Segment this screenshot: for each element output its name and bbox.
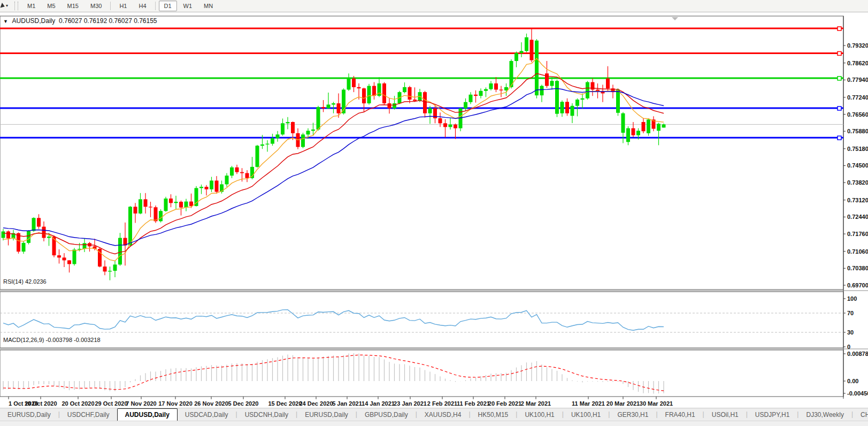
chart-tab-gbpusd-daily[interactable]: GBPUSD,Daily bbox=[357, 409, 416, 421]
chart-tab-hk50-m15[interactable]: HK50,M15 bbox=[471, 409, 516, 421]
candle-body bbox=[37, 218, 41, 226]
date-axis-label[interactable]: 20 Feb 2021 bbox=[488, 400, 521, 407]
price-axis-label: 0.72440 bbox=[847, 214, 868, 220]
price-axis-label: 0.79320 bbox=[847, 42, 868, 49]
candle-body bbox=[42, 227, 46, 238]
candle-body bbox=[205, 187, 209, 189]
candle-body bbox=[235, 168, 239, 172]
chart-area[interactable]: 0.793200.786200.779400.772400.765600.758… bbox=[0, 15, 868, 408]
chevron-down-icon: ▾ bbox=[6, 0, 8, 12]
chart-tab-usdcad-daily[interactable]: USDCAD,Daily bbox=[178, 409, 236, 421]
timeframe-button-h1[interactable]: H1 bbox=[114, 1, 132, 11]
chart-tab-eurusd-daily[interactable]: EURUSD,Daily bbox=[297, 409, 356, 421]
price-axis-label: 0.78620 bbox=[847, 60, 868, 66]
rsi-pane bbox=[0, 292, 843, 348]
price-axis-label: 0.75180 bbox=[847, 146, 868, 152]
main-pane bbox=[0, 16, 843, 290]
chart-title[interactable]: ▼ AUDUSD,Daily 0.76027 0.76192 0.76027 0… bbox=[3, 17, 157, 25]
candle-body bbox=[357, 87, 361, 88]
timeframe-button-h4[interactable]: H4 bbox=[133, 1, 151, 11]
candle-body bbox=[6, 231, 10, 238]
candle-body bbox=[479, 91, 483, 96]
date-axis-label[interactable]: 2 Feb 2021 bbox=[427, 400, 457, 407]
timeframe-button-m30[interactable]: M30 bbox=[85, 1, 107, 11]
chart-tab-china300-h1[interactable]: CHINA300,H1 bbox=[853, 409, 868, 421]
price-axis-label: 0.73120 bbox=[847, 197, 868, 203]
date-axis-label[interactable]: 2 Mar 2021 bbox=[521, 400, 551, 407]
date-axis-label[interactable]: 20 Oct 2020 bbox=[62, 400, 94, 407]
date-axis-label[interactable]: 14 Jan 2021 bbox=[362, 400, 395, 407]
candle-body bbox=[413, 100, 417, 101]
candle-body bbox=[484, 89, 488, 91]
candle-body bbox=[199, 187, 203, 188]
date-axis-label[interactable]: 11 Feb 2021 bbox=[457, 400, 490, 407]
chart-tab-uk100-h1[interactable]: UK100,H1 bbox=[517, 409, 562, 421]
candle-body bbox=[489, 83, 493, 89]
chart-tab-usdjpy-h1[interactable]: USDJPY,H1 bbox=[748, 409, 797, 421]
chart-tab-dj30-weekly[interactable]: DJ30,Weekly bbox=[798, 409, 851, 421]
rsi-axis-label: 0 bbox=[847, 344, 850, 350]
candle-body bbox=[352, 79, 356, 87]
ohlc-open: 0.76027 bbox=[59, 17, 82, 25]
chart-tab-usdcnh-daily[interactable]: USDCNH,Daily bbox=[237, 409, 296, 421]
date-axis-label[interactable]: 20 Mar 2021 bbox=[606, 400, 640, 407]
date-axis-label[interactable]: 17 Nov 2020 bbox=[158, 400, 193, 407]
ohlc-low: 0.76027 bbox=[109, 17, 132, 25]
chart-tab-audusd-daily[interactable]: AUDUSD,Daily bbox=[117, 408, 178, 421]
date-axis-label[interactable]: 30 Mar 2021 bbox=[640, 400, 673, 407]
timeframe-button-m15[interactable]: M15 bbox=[62, 1, 84, 11]
candle-body bbox=[621, 113, 625, 133]
candle-body bbox=[266, 144, 270, 144]
chart-tab-eurusd-daily[interactable]: EURUSD,Daily bbox=[0, 409, 58, 421]
level-handle bbox=[838, 77, 841, 80]
date-axis-label[interactable]: 24 Dec 2020 bbox=[299, 400, 333, 407]
candle-body bbox=[494, 83, 498, 90]
candle-body bbox=[215, 180, 219, 192]
candle-body bbox=[347, 79, 351, 90]
candle-body bbox=[22, 243, 26, 252]
candle-body bbox=[225, 176, 229, 184]
date-axis-label[interactable]: 15 Dec 2020 bbox=[268, 400, 302, 407]
candle-body bbox=[108, 271, 112, 271]
chart-tab-usoil-h1[interactable]: USOil,H1 bbox=[704, 409, 746, 421]
candle-body bbox=[195, 188, 198, 206]
candle-body bbox=[571, 106, 574, 116]
date-axis-label[interactable]: 23 Jan 2021 bbox=[394, 400, 427, 407]
chart-tab-ger30-h1[interactable]: GER30,H1 bbox=[610, 409, 656, 421]
candle-body bbox=[393, 103, 396, 108]
rsi-axis-label: 30 bbox=[847, 329, 854, 336]
chart-tab-fra40-h1[interactable]: FRA40,H1 bbox=[658, 409, 703, 421]
chart-tab-xauusd-h4[interactable]: XAUUSD,H4 bbox=[417, 409, 469, 421]
timeframe-button-m1[interactable]: M1 bbox=[22, 1, 41, 11]
timeframe-button-d1[interactable]: D1 bbox=[159, 1, 177, 11]
date-axis-label[interactable]: 29 Oct 2020 bbox=[95, 400, 127, 407]
candle-body bbox=[286, 122, 290, 123]
candle-body bbox=[103, 267, 107, 271]
candle-body bbox=[500, 89, 503, 90]
status-bar bbox=[0, 421, 868, 426]
date-axis-label[interactable]: 26 Nov 2020 bbox=[194, 400, 228, 407]
timeframe-button-mn[interactable]: MN bbox=[198, 1, 218, 11]
rsi-axis-label: 70 bbox=[847, 310, 854, 316]
cursor-tool-button[interactable]: ▾ bbox=[0, 0, 11, 12]
macd-pane bbox=[0, 350, 843, 397]
candle-body bbox=[581, 98, 585, 100]
level-handle bbox=[838, 136, 841, 140]
toolbar-grip-handle[interactable] bbox=[14, 2, 18, 10]
timeframe-button-m5[interactable]: M5 bbox=[42, 1, 60, 11]
timeframe-button-w1[interactable]: W1 bbox=[178, 1, 198, 11]
chart-tab-uk100-h1[interactable]: UK100,H1 bbox=[564, 409, 608, 421]
date-axis-label[interactable]: 11 Mar 2021 bbox=[572, 400, 605, 407]
candle-body bbox=[83, 243, 87, 249]
candle-body bbox=[47, 237, 51, 238]
rsi-indicator-label: RSI(14) 42.0236 bbox=[3, 278, 47, 285]
candle-body bbox=[382, 83, 386, 103]
chart-canvas[interactable]: 0.793200.786200.779400.772400.765600.758… bbox=[0, 15, 868, 408]
date-axis-label[interactable]: 5 Jan 2021 bbox=[332, 400, 362, 407]
candle-body bbox=[530, 40, 534, 60]
candle-body bbox=[281, 123, 285, 134]
date-axis-label[interactable]: 7 Nov 2020 bbox=[126, 400, 156, 407]
date-axis-label[interactable]: 10 Oct 2020 bbox=[24, 400, 57, 407]
chart-tab-usdchf-daily[interactable]: USDCHF,Daily bbox=[60, 409, 117, 421]
date-axis-label[interactable]: 5 Dec 2020 bbox=[228, 400, 259, 407]
